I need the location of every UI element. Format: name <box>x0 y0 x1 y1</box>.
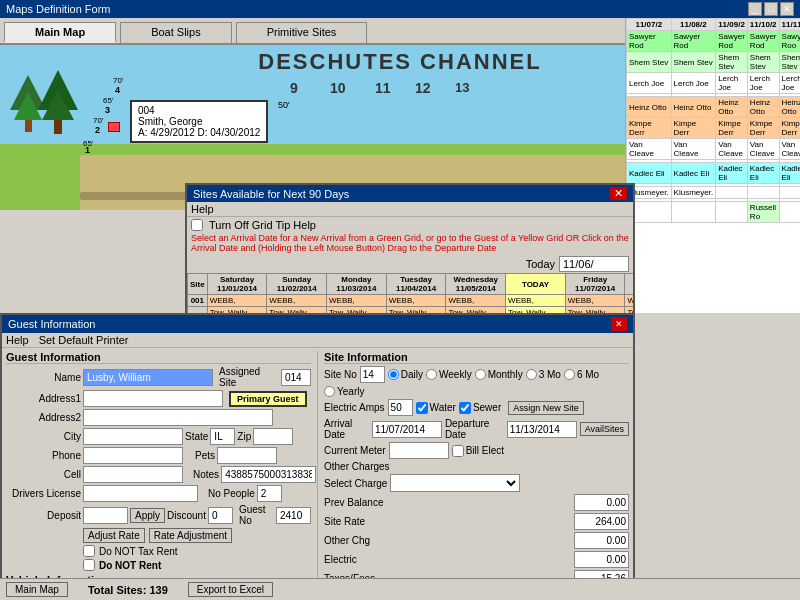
state-field[interactable] <box>210 428 235 445</box>
assign-new-site-button[interactable]: Assign New Site <box>508 401 584 415</box>
site-red-marker[interactable] <box>108 122 120 132</box>
site-no-field[interactable] <box>360 366 385 383</box>
col-fri[interactable]: Friday11/07/2014 <box>565 274 625 295</box>
phone-field[interactable] <box>83 447 183 464</box>
adjust-rate-button[interactable]: Adjust Rate <box>83 528 145 543</box>
no-people-label: No People <box>208 488 255 499</box>
guest-no-field[interactable] <box>276 507 311 524</box>
dl-label: Drivers License <box>6 488 81 499</box>
current-meter-field[interactable] <box>389 442 449 459</box>
map-num-13: 13 <box>455 80 469 95</box>
guest-menu-help[interactable]: Help <box>6 334 29 346</box>
map-num-9: 9 <box>290 80 298 96</box>
main-map-bottom-button[interactable]: Main Map <box>6 582 68 597</box>
no-people-field[interactable] <box>257 485 282 502</box>
assigned-site-field[interactable] <box>281 369 311 386</box>
address1-row: Address1 Primary Guest <box>6 390 311 407</box>
electric-chg-field[interactable] <box>574 551 629 568</box>
site-num-2: 2 <box>95 125 100 135</box>
address2-row: Address2 <box>6 409 311 426</box>
title-bar: Maps Definition Form _ □ ✕ <box>0 0 800 18</box>
phone-row: Phone Pets <box>6 447 311 464</box>
guest-menu-printer[interactable]: Set Default Printer <box>39 334 129 346</box>
billing-6mo-radio[interactable] <box>564 369 575 380</box>
other-charges-row: Other Charges <box>324 461 629 472</box>
assigned-site-label: Assigned Site <box>219 366 279 388</box>
today-row: Today <box>187 255 633 273</box>
rcal-row: Van CleaveVan CleaveVan CleaveVan Cleave… <box>627 139 801 160</box>
bill-elect-checkbox[interactable] <box>452 445 464 457</box>
maximize-button[interactable]: □ <box>764 2 778 16</box>
col-sat2[interactable]: Saturday11/08/2014 <box>625 274 633 295</box>
guest-dialog-close[interactable]: ✕ <box>611 317 627 331</box>
col-wed[interactable]: Wednesday11/05/2014 <box>446 274 506 295</box>
tab-boat-slips[interactable]: Boat Slips <box>120 22 232 43</box>
name-row: Name Assigned Site <box>6 366 311 388</box>
rate-adjustment-button[interactable]: Rate Adjustment <box>149 528 232 543</box>
right-cal-table: 11/07/2 11/08/2 11/09/2 11/10/2 11/11/2 … <box>626 18 800 223</box>
address2-field[interactable] <box>83 409 273 426</box>
col-sat[interactable]: Saturday11/01/2014 <box>207 274 267 295</box>
primary-guest-button[interactable]: Primary Guest <box>229 391 307 407</box>
arrival-date-field[interactable] <box>372 421 442 438</box>
do-not-row: Do NOT Tax Rent <box>83 545 311 557</box>
billing-row: Site No Daily Weekly Monthly 3 Mo 6 Mo Y… <box>324 366 629 397</box>
dl-field[interactable] <box>83 485 198 502</box>
billing-yearly-radio[interactable] <box>324 386 335 397</box>
arrival-label: Arrival Date <box>324 418 369 440</box>
other-chg-label: Other Chg <box>324 535 370 546</box>
close-button[interactable]: ✕ <box>780 2 794 16</box>
export-excel-button[interactable]: Export to Excel <box>188 582 273 597</box>
electric-row: Electric Amps Water Sewer Assign New Sit… <box>324 399 629 416</box>
sewer-checkbox[interactable] <box>459 402 471 414</box>
do-not-tax-checkbox[interactable] <box>83 545 95 557</box>
col-today[interactable]: TODAY <box>506 274 566 295</box>
billing-monthly-radio[interactable] <box>475 369 486 380</box>
deposit-row: Deposit Apply Discount Guest No <box>6 504 311 526</box>
guest-info-section-title: Guest Information <box>6 351 311 364</box>
notes-field[interactable] <box>221 466 316 483</box>
zip-field[interactable] <box>253 428 293 445</box>
city-row: City State Zip <box>6 428 311 445</box>
billing-daily-radio[interactable] <box>388 369 399 380</box>
name-field[interactable] <box>83 369 213 386</box>
address1-label: Address1 <box>6 393 81 404</box>
electric-amps-field[interactable] <box>388 399 413 416</box>
rcal-row: Shem StevShem StevShem StevShem StevShem… <box>627 52 801 73</box>
turn-off-grid-tip-checkbox[interactable] <box>191 219 203 231</box>
today-label: Today <box>526 258 555 270</box>
today-date-field[interactable] <box>559 256 629 272</box>
col-tue[interactable]: Tuesday11/04/2014 <box>386 274 446 295</box>
tab-primitive-sites[interactable]: Primitive Sites <box>236 22 368 43</box>
guest-dialog-menu: Help Set Default Printer <box>2 333 633 348</box>
city-field[interactable] <box>83 428 183 445</box>
sites-menu-help[interactable]: Help <box>191 203 214 215</box>
col-mon[interactable]: Monday11/03/2014 <box>327 274 387 295</box>
avail-sites-button[interactable]: AvailSites <box>580 422 629 436</box>
select-charge-dropdown[interactable] <box>390 474 520 492</box>
other-chg-field[interactable] <box>574 532 629 549</box>
departure-date-field[interactable] <box>507 421 577 438</box>
site-no-label: Site No <box>324 369 357 380</box>
minimize-button[interactable]: _ <box>748 2 762 16</box>
prev-balance-field[interactable] <box>574 494 629 511</box>
sites-panel-close[interactable]: ✕ <box>610 187 627 200</box>
billing-3mo-radio[interactable] <box>526 369 537 380</box>
deposit-field[interactable] <box>83 507 128 524</box>
apply-button[interactable]: Apply <box>130 508 165 523</box>
tab-main-map[interactable]: Main Map <box>4 22 116 43</box>
pets-field[interactable] <box>217 447 277 464</box>
do-not-rent-checkbox[interactable] <box>83 559 95 571</box>
billing-weekly-radio[interactable] <box>426 369 437 380</box>
discount-field[interactable] <box>208 507 233 524</box>
map-tooltip: 004 Smith, George A: 4/29/2012 D: 04/30/… <box>130 100 268 143</box>
prev-balance-row: Prev Balance <box>324 494 629 511</box>
address1-field[interactable] <box>83 390 223 407</box>
water-checkbox[interactable] <box>416 402 428 414</box>
site-info-title: Site Information <box>324 351 629 364</box>
site-rate-field[interactable] <box>574 513 629 530</box>
site-num-3: 3 <box>105 105 110 115</box>
col-sun[interactable]: Sunday11/02/2014 <box>267 274 327 295</box>
cell-field[interactable] <box>83 466 183 483</box>
deposit-label: Deposit <box>6 510 81 521</box>
